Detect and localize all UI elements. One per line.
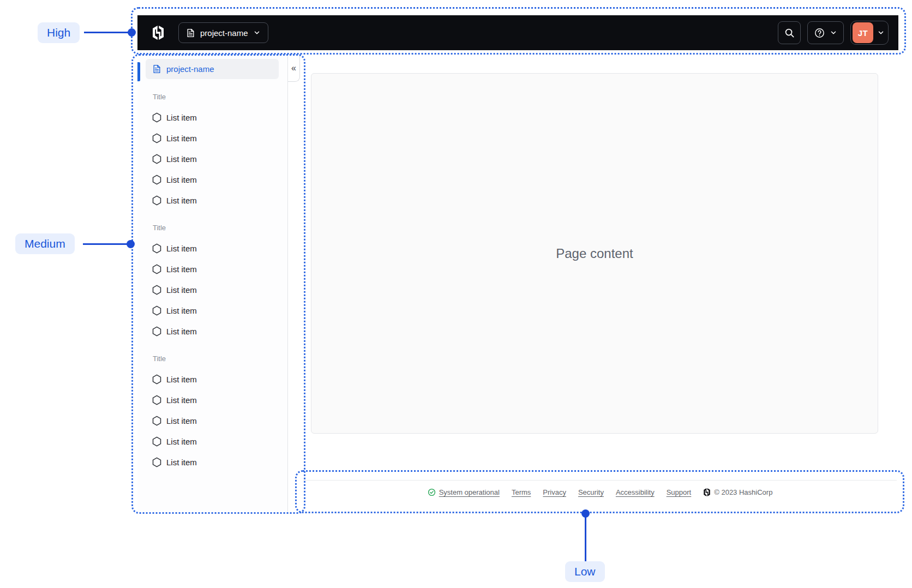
medium-priority-label: Medium [15,233,75,254]
side-nav-group: Title List item List item List item List… [152,353,279,468]
low-priority-label: Low [565,561,605,582]
help-icon [814,27,825,39]
footer-link[interactable]: Terms [512,488,531,496]
footer-link[interactable]: Support [667,488,692,496]
active-indicator-bar [137,62,140,81]
side-nav-group: Title List item List item List item List… [152,92,279,206]
side-nav-item[interactable]: List item [152,325,279,337]
hashicorp-logo-icon[interactable] [152,26,165,40]
side-nav-item-label: List item [166,306,197,315]
hexagon-icon [152,285,161,295]
footer-brand: © 2023 HashiCorp [703,488,772,496]
navbar-right-cluster: JT [778,21,889,45]
side-nav-item[interactable]: List item [152,263,279,275]
high-connector-line [84,32,129,33]
medium-connector-line [83,243,128,245]
side-nav-item-label: List item [166,416,197,425]
side-nav-section-title: Title [153,353,279,364]
low-connector-line [585,513,586,562]
low-connector-dot [581,509,590,518]
help-menu-button[interactable] [807,21,844,44]
side-nav-item[interactable]: List item [152,242,279,254]
user-menu-button[interactable]: JT [850,21,889,45]
hashicorp-logo-icon [703,488,711,496]
side-nav-item-label: List item [166,244,197,253]
side-nav-item[interactable]: List item [152,415,279,427]
screenshot-canvas: project-name [0,0,912,588]
hexagon-icon [152,374,161,385]
side-nav-project-item[interactable]: project-name [146,59,279,79]
hexagon-icon [152,195,161,206]
hexagon-icon [152,154,161,164]
side-nav-item[interactable]: List item [152,373,279,385]
chevron-down-icon [877,29,885,37]
side-nav-item[interactable]: List item [152,153,279,165]
hexagon-icon [152,175,161,185]
side-nav-section-title: Title [153,223,279,233]
side-nav: project-name Title List item List item L… [137,56,288,512]
page-content-area: Page content [311,73,878,434]
side-nav-header: project-name [137,59,287,79]
copyright-text: © 2023 HashiCorp [714,488,772,496]
hexagon-icon [152,326,161,337]
side-nav-item[interactable]: List item [152,132,279,144]
side-nav-project-label: project-name [166,64,214,74]
side-nav-item-label: List item [166,285,197,295]
collapse-chevrons-icon: « [291,64,296,73]
side-nav-item-label: List item [166,175,197,184]
hexagon-icon [152,457,161,467]
system-status-link[interactable]: System operational [428,488,500,496]
side-nav-section-title: Title [153,92,279,103]
side-nav-item[interactable]: List item [152,394,279,406]
hexagon-icon [152,112,161,123]
medium-connector-dot [127,240,135,248]
sidebar-collapse-button[interactable]: « [288,56,300,82]
search-button[interactable] [778,21,801,44]
hexagon-icon [152,243,161,254]
file-text-icon [186,28,195,38]
high-priority-label: High [38,22,80,43]
hexagon-icon [152,395,161,405]
hexagon-icon [152,305,161,316]
chevron-down-icon [253,29,261,37]
chevron-down-icon [830,29,837,37]
side-nav-item-label: List item [166,437,197,446]
side-nav-item-label: List item [166,375,197,384]
side-nav-item[interactable]: List item [152,435,279,447]
side-nav-item[interactable]: List item [152,173,279,185]
hexagon-icon [152,133,161,143]
side-nav-item-label: List item [166,458,197,467]
side-nav-item-label: List item [166,327,197,336]
side-nav-item-label: List item [166,113,197,122]
side-nav-groups: Title List item List item List item List… [137,92,287,468]
side-nav-item[interactable]: List item [152,194,279,206]
app-footer: System operational TermsPrivacySecurityA… [303,480,897,512]
side-nav-item[interactable]: List item [152,456,279,468]
high-connector-dot [128,28,136,37]
user-avatar: JT [853,22,873,43]
side-nav-item-label: List item [166,395,197,405]
side-nav-item[interactable]: List item [152,304,279,316]
footer-link[interactable]: Privacy [543,488,566,496]
hexagon-icon [152,416,161,426]
top-navbar: project-name [137,15,898,50]
side-nav-group: Title List item List item List item List… [152,223,279,337]
hexagon-icon [152,436,161,447]
side-nav-item-label: List item [166,154,197,164]
footer-row: System operational TermsPrivacySecurityA… [303,488,897,496]
side-nav-item-label: List item [166,265,197,274]
hexagon-icon [152,264,161,274]
side-nav-item[interactable]: List item [152,111,279,123]
project-switcher-label: project-name [200,28,248,38]
project-switcher-button[interactable]: project-name [178,22,268,43]
side-nav-item[interactable]: List item [152,284,279,296]
side-nav-item-label: List item [166,196,197,205]
system-status-label: System operational [439,488,500,496]
search-icon [784,28,795,38]
file-text-icon [152,64,161,74]
footer-link[interactable]: Accessibility [616,488,655,496]
check-circle-icon [428,488,436,496]
footer-link[interactable]: Security [578,488,604,496]
page-content-placeholder: Page content [556,246,633,261]
side-nav-item-label: List item [166,134,197,143]
